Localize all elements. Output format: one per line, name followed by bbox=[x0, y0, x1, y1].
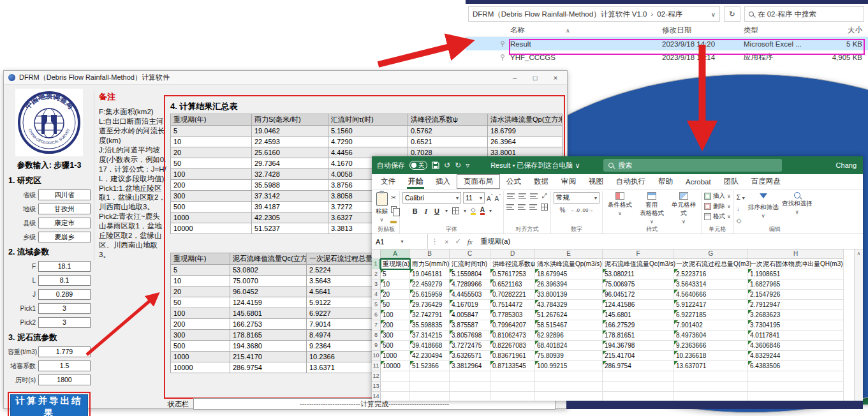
乡级-input[interactable]: 麦崩乡 bbox=[38, 232, 91, 242]
历时(s)-input[interactable]: 1800 bbox=[38, 375, 91, 385]
cells-button-0[interactable]: 插入∨ bbox=[704, 192, 731, 200]
empty-cell[interactable] bbox=[490, 392, 535, 401]
J-input[interactable]: 0.289 bbox=[38, 289, 91, 300]
align-middle-icon[interactable] bbox=[519, 193, 526, 199]
user-name[interactable]: Chang bbox=[836, 161, 857, 169]
row-number[interactable]: 10 bbox=[372, 351, 381, 361]
editing-button-0[interactable]: 排序和筛选∨ bbox=[747, 192, 779, 219]
column-header-C[interactable]: C bbox=[450, 249, 490, 259]
cell-A11[interactable]: 10000 bbox=[381, 361, 410, 371]
empty-cell[interactable] bbox=[450, 371, 490, 382]
cell-E9[interactable]: 68.401824 bbox=[535, 341, 603, 351]
cell-B10[interactable]: 42.230494 bbox=[410, 351, 450, 361]
cell-E2[interactable]: 18.679945 bbox=[535, 269, 603, 279]
font-color-icon[interactable]: A bbox=[480, 207, 485, 215]
align-center-icon[interactable] bbox=[518, 204, 526, 210]
empty-cell[interactable] bbox=[535, 392, 603, 401]
column-header-E[interactable]: E bbox=[535, 249, 603, 259]
ribbon-tab-页面布局[interactable]: 页面布局 bbox=[457, 174, 500, 189]
empty-cell[interactable] bbox=[410, 392, 450, 401]
cell-F1[interactable]: 泥石流峰值流量Qc(m3/s) bbox=[603, 259, 674, 269]
excel-search-box[interactable]: 搜索 bbox=[603, 159, 782, 172]
empty-cell[interactable] bbox=[450, 382, 490, 392]
cell-A1[interactable]: 重现期(a) bbox=[381, 259, 410, 269]
empty-cell[interactable] bbox=[450, 392, 490, 401]
cell-A9[interactable]: 500 bbox=[381, 341, 410, 351]
cell-F5[interactable]: 124.41586 bbox=[603, 300, 674, 310]
column-header-A[interactable]: A bbox=[381, 249, 410, 259]
cell-F6[interactable]: 145.6801 bbox=[603, 310, 674, 320]
ribbon-tab-Acrobat[interactable]: Acrobat bbox=[679, 174, 717, 189]
fill-color-icon[interactable]: ◇ bbox=[471, 207, 476, 215]
redo-icon[interactable]: ↻ bbox=[455, 161, 461, 170]
fill-down-icon[interactable]: ↓ bbox=[737, 205, 740, 212]
cell-B8[interactable]: 37.314215 bbox=[410, 331, 450, 341]
undo-icon[interactable]: ↺ bbox=[444, 161, 450, 170]
cell-C1[interactable]: 汇流时间τ(h) bbox=[450, 259, 490, 269]
row-number[interactable]: 8 bbox=[372, 331, 381, 341]
cell-A4[interactable]: 20 bbox=[381, 290, 410, 300]
grow-font-icon[interactable]: Aˆ bbox=[487, 193, 492, 202]
ribbon-tab-文件[interactable]: 文件 bbox=[374, 174, 402, 189]
column-header-F[interactable]: F bbox=[603, 249, 674, 259]
cell-F2[interactable]: 53.080211 bbox=[603, 269, 674, 279]
cell-A3[interactable]: 10 bbox=[381, 279, 410, 290]
cell-H7[interactable]: 3.7304195 bbox=[748, 320, 844, 331]
empty-cell[interactable] bbox=[535, 371, 603, 382]
cell-C10[interactable]: 3.6326571 bbox=[450, 351, 490, 361]
ribbon-tab-团队[interactable]: 团队 bbox=[717, 174, 745, 189]
cell-A6[interactable]: 100 bbox=[381, 310, 410, 320]
cell-D1[interactable]: 洪峰径流系数ψ bbox=[490, 259, 535, 269]
font-name-select[interactable]: Calibri ▾ bbox=[402, 192, 461, 204]
file-name[interactable]: XResult bbox=[510, 40, 662, 48]
column-header-type[interactable]: 类型 bbox=[744, 26, 825, 35]
cell-E3[interactable]: 26.396394 bbox=[535, 279, 603, 290]
cell-F9[interactable]: 194.36798 bbox=[603, 341, 674, 351]
Pick1-input[interactable]: 3 bbox=[38, 303, 91, 314]
cell-B4[interactable]: 25.615959 bbox=[410, 290, 450, 300]
save-icon[interactable] bbox=[432, 161, 439, 169]
styles-button-1[interactable]: 套用 表格格式∨ bbox=[637, 192, 666, 225]
cell-G8[interactable]: 8.4973604 bbox=[674, 331, 748, 341]
cell-H1[interactable]: 一次泥石固体物质冲出量QH(m3) bbox=[748, 259, 844, 269]
column-header-date[interactable]: 修改日期 bbox=[662, 26, 744, 35]
ribbon-tab-自动执行[interactable]: 自动执行 bbox=[610, 174, 652, 189]
cell-C2[interactable]: 5.1559804 bbox=[450, 269, 490, 279]
cell-G6[interactable]: 6.9227185 bbox=[674, 310, 748, 320]
file-row[interactable]: ✱YHF_CCCGS2023/9/18 14:14应用程序4,905 KB bbox=[466, 50, 868, 64]
empty-cell[interactable] bbox=[748, 371, 844, 382]
empty-cell[interactable] bbox=[381, 392, 410, 401]
cell-A2[interactable]: 5 bbox=[381, 269, 410, 279]
row-number[interactable]: 1 bbox=[372, 259, 381, 269]
cell-H3[interactable]: 1.6827965 bbox=[748, 279, 844, 290]
autosum-icon[interactable]: Σ ▾ bbox=[737, 194, 745, 201]
cell-C9[interactable]: 3.7272475 bbox=[450, 341, 490, 351]
cell-H11[interactable]: 6.4383506 bbox=[748, 361, 844, 371]
shrink-font-icon[interactable]: Aˇ bbox=[494, 193, 500, 202]
cell-D4[interactable]: 0.70282221 bbox=[490, 290, 535, 300]
row-number[interactable]: 12 bbox=[372, 371, 381, 382]
容重(t/m3)-input[interactable]: 1.779 bbox=[38, 346, 91, 357]
cell-G11[interactable]: 13.637071 bbox=[674, 361, 748, 371]
cell-H9[interactable]: 4.3606846 bbox=[748, 341, 844, 351]
empty-cell[interactable] bbox=[381, 371, 410, 382]
vertical-scrollbar[interactable]: ∧ bbox=[854, 249, 863, 401]
empty-cell[interactable] bbox=[603, 371, 674, 382]
number-format-select[interactable]: 常规 ▾ bbox=[554, 192, 600, 204]
underline-button[interactable]: U bbox=[433, 207, 441, 215]
empty-cell[interactable] bbox=[410, 371, 450, 382]
styles-button-0[interactable]: 条件格式∨ bbox=[605, 192, 635, 225]
row-number[interactable]: 4 bbox=[372, 290, 381, 300]
L-input[interactable]: 8.1 bbox=[38, 275, 91, 286]
merge-center-icon[interactable] bbox=[541, 204, 548, 211]
cell-C6[interactable]: 4.005847 bbox=[450, 310, 490, 320]
ribbon-tab-视图[interactable]: 视图 bbox=[582, 174, 610, 189]
empty-cell[interactable] bbox=[603, 392, 674, 401]
cell-E6[interactable]: 51.267624 bbox=[535, 310, 603, 320]
cell-C8[interactable]: 3.8057698 bbox=[450, 331, 490, 341]
Pick2-input[interactable]: 3 bbox=[38, 317, 91, 328]
cell-F4[interactable]: 96.045172 bbox=[603, 290, 674, 300]
cell-G1[interactable]: 一次泥石流过程总量Q(m3) bbox=[674, 259, 748, 269]
italic-button[interactable]: I bbox=[423, 207, 429, 215]
select-all-corner[interactable] bbox=[372, 249, 381, 259]
